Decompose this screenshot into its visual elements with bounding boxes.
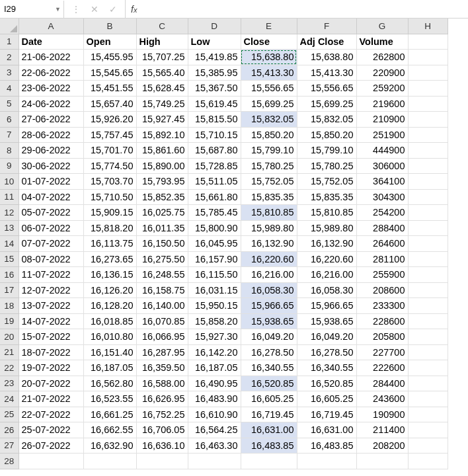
cell-E23[interactable]: 16,520.85 <box>241 376 297 391</box>
fx-icon[interactable]: fx <box>126 4 142 15</box>
cell-F7[interactable]: 15,850.20 <box>297 127 356 143</box>
cell-F12[interactable]: 15,810.85 <box>297 205 356 221</box>
cell-A13[interactable]: 06-07-2022 <box>19 220 83 236</box>
cell-G28[interactable] <box>356 454 408 469</box>
cell-D5[interactable]: 15,619.45 <box>188 96 241 112</box>
cell-D10[interactable]: 15,511.05 <box>188 174 241 190</box>
col-header-D[interactable]: D <box>188 19 241 34</box>
cell-B14[interactable]: 16,113.75 <box>83 236 136 252</box>
cell-H20[interactable] <box>408 329 448 345</box>
cell-G16[interactable]: 255900 <box>356 267 408 283</box>
row-header-19[interactable]: 19 <box>0 313 19 329</box>
cell-E16[interactable]: 16,216.00 <box>241 267 297 283</box>
cell-G26[interactable]: 211400 <box>356 422 408 438</box>
cell-B8[interactable]: 15,701.70 <box>83 143 136 159</box>
cell-H1[interactable] <box>408 34 448 50</box>
cell-H22[interactable] <box>408 360 448 376</box>
row-header-8[interactable]: 8 <box>0 143 19 159</box>
cell-A27[interactable]: 26-07-2022 <box>19 438 83 454</box>
cell-E14[interactable]: 16,132.90 <box>241 236 297 252</box>
cell-A11[interactable]: 04-07-2022 <box>19 189 83 205</box>
cell-F20[interactable]: 16,049.20 <box>297 329 356 345</box>
cell-B26[interactable]: 16,662.55 <box>83 422 136 438</box>
cell-E9[interactable]: 15,780.25 <box>241 158 297 174</box>
col-header-H[interactable]: H <box>408 19 448 34</box>
cell-A2[interactable]: 21-06-2022 <box>19 50 83 65</box>
cell-H24[interactable] <box>408 391 448 407</box>
cell-G17[interactable]: 208600 <box>356 282 408 298</box>
row-header-28[interactable]: 28 <box>0 454 19 469</box>
cell-F18[interactable]: 15,966.65 <box>297 298 356 314</box>
cell-G6[interactable]: 210900 <box>356 112 408 128</box>
cell-B12[interactable]: 15,909.15 <box>83 205 136 221</box>
cell-E21[interactable]: 16,278.50 <box>241 344 297 360</box>
select-all-corner[interactable] <box>0 19 19 34</box>
cell-E3[interactable]: 15,413.30 <box>241 65 297 81</box>
cell-E27[interactable]: 16,483.85 <box>241 438 297 454</box>
cell-F28[interactable] <box>297 454 356 469</box>
cell-B7[interactable]: 15,757.45 <box>83 127 136 143</box>
cell-C1[interactable]: High <box>136 34 188 50</box>
cell-B23[interactable]: 16,562.80 <box>83 376 136 391</box>
cell-F24[interactable]: 16,605.25 <box>297 391 356 407</box>
cell-E17[interactable]: 16,058.30 <box>241 282 297 298</box>
cell-D8[interactable]: 15,687.80 <box>188 143 241 159</box>
cell-E18[interactable]: 15,966.65 <box>241 298 297 314</box>
cell-H6[interactable] <box>408 112 448 128</box>
cell-D16[interactable]: 16,115.50 <box>188 267 241 283</box>
cell-B10[interactable]: 15,703.70 <box>83 174 136 190</box>
cell-G5[interactable]: 219600 <box>356 96 408 112</box>
col-header-C[interactable]: C <box>136 19 188 34</box>
cell-H4[interactable] <box>408 81 448 97</box>
row-header-24[interactable]: 24 <box>0 391 19 407</box>
cell-A19[interactable]: 14-07-2022 <box>19 313 83 329</box>
cell-E4[interactable]: 15,556.65 <box>241 81 297 97</box>
cell-A9[interactable]: 30-06-2022 <box>19 158 83 174</box>
name-box[interactable]: I29 ▼ <box>0 1 64 18</box>
cell-A24[interactable]: 21-07-2022 <box>19 391 83 407</box>
cell-F15[interactable]: 16,220.60 <box>297 251 356 267</box>
cell-A21[interactable]: 18-07-2022 <box>19 344 83 360</box>
cell-G12[interactable]: 254200 <box>356 205 408 221</box>
row-header-21[interactable]: 21 <box>0 344 19 360</box>
cell-B20[interactable]: 16,010.80 <box>83 329 136 345</box>
cell-F25[interactable]: 16,719.45 <box>297 407 356 422</box>
cell-E6[interactable]: 15,832.05 <box>241 112 297 128</box>
row-header-4[interactable]: 4 <box>0 81 19 97</box>
cell-C8[interactable]: 15,861.60 <box>136 143 188 159</box>
cell-C19[interactable]: 16,070.85 <box>136 313 188 329</box>
cell-E7[interactable]: 15,850.20 <box>241 127 297 143</box>
cell-H21[interactable] <box>408 344 448 360</box>
cell-E1[interactable]: Close <box>241 34 297 50</box>
cell-F10[interactable]: 15,752.05 <box>297 174 356 190</box>
cell-F6[interactable]: 15,832.05 <box>297 112 356 128</box>
cell-C26[interactable]: 16,706.05 <box>136 422 188 438</box>
row-header-1[interactable]: 1 <box>0 34 19 50</box>
cell-A22[interactable]: 19-07-2022 <box>19 360 83 376</box>
cell-G4[interactable]: 259200 <box>356 81 408 97</box>
row-header-10[interactable]: 10 <box>0 174 19 190</box>
cell-A3[interactable]: 22-06-2022 <box>19 65 83 81</box>
cell-D3[interactable]: 15,385.95 <box>188 65 241 81</box>
cell-F14[interactable]: 16,132.90 <box>297 236 356 252</box>
cell-G14[interactable]: 264600 <box>356 236 408 252</box>
cell-D21[interactable]: 16,142.20 <box>188 344 241 360</box>
cell-E22[interactable]: 16,340.55 <box>241 360 297 376</box>
cell-F19[interactable]: 15,938.65 <box>297 313 356 329</box>
cell-C15[interactable]: 16,275.50 <box>136 251 188 267</box>
cell-B17[interactable]: 16,126.20 <box>83 282 136 298</box>
cell-F3[interactable]: 15,413.30 <box>297 65 356 81</box>
row-header-3[interactable]: 3 <box>0 65 19 81</box>
row-header-14[interactable]: 14 <box>0 236 19 252</box>
cell-H25[interactable] <box>408 407 448 422</box>
cell-C14[interactable]: 16,150.50 <box>136 236 188 252</box>
cell-D22[interactable]: 16,187.05 <box>188 360 241 376</box>
cell-D2[interactable]: 15,419.85 <box>188 50 241 65</box>
cell-H2[interactable] <box>408 50 448 65</box>
cell-E5[interactable]: 15,699.25 <box>241 96 297 112</box>
cell-G7[interactable]: 251900 <box>356 127 408 143</box>
cell-F26[interactable]: 16,631.00 <box>297 422 356 438</box>
cell-E12[interactable]: 15,810.85 <box>241 205 297 221</box>
cell-G23[interactable]: 284400 <box>356 376 408 391</box>
cell-E8[interactable]: 15,799.10 <box>241 143 297 159</box>
